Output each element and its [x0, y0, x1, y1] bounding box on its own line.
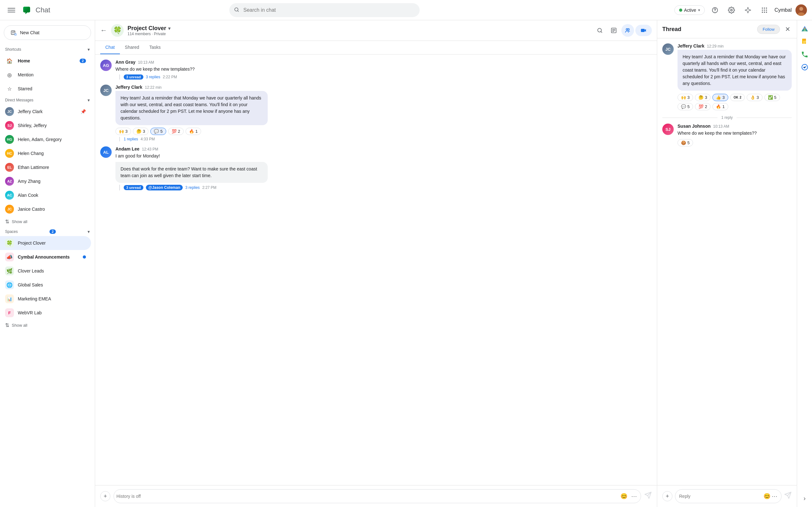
search-input[interactable] — [229, 3, 420, 17]
side-icon-tasks[interactable] — [800, 62, 810, 72]
pin-icon: 📌 — [81, 109, 86, 114]
follow-button[interactable]: Follow — [757, 25, 780, 34]
svg-point-21 — [628, 29, 629, 30]
back-button[interactable]: ← — [100, 26, 107, 35]
reaction-fire[interactable]: 🔥1 — [186, 128, 201, 135]
sidebar-item-dm-ethan[interactable]: EL Ethan Lattimore — [0, 160, 91, 174]
sidebar-item-dm-helen-group[interactable]: HG Helen, Adam, Gregory — [0, 132, 91, 147]
replies-ann[interactable]: 3 replies — [146, 75, 160, 79]
tr-cookie[interactable]: 🍪5 — [677, 139, 693, 147]
settings-button[interactable] — [725, 4, 738, 16]
members-button[interactable] — [621, 24, 634, 37]
space-name-dropdown[interactable]: ▾ — [168, 25, 171, 32]
thread-send-button[interactable] — [784, 492, 792, 501]
space-name: Project Clover — [128, 25, 166, 32]
compose-input[interactable] — [116, 494, 618, 499]
doc-view-button[interactable] — [607, 24, 620, 37]
message-ann-gray: AG Ann Gray 10:13 AM Where do we keep th… — [100, 60, 652, 79]
tr-hundred[interactable]: 💯2 — [695, 103, 711, 110]
sidebar: New Chat Shortcuts ▾ 🏠 Home 2 ◎ Mention … — [0, 20, 95, 507]
dm-alan-label: Alan Cook — [18, 193, 86, 198]
unread-badge-andam: 3 unread — [124, 185, 143, 190]
thread-reply-input[interactable] — [679, 494, 762, 499]
replies-andam[interactable]: 3 replies — [185, 185, 200, 190]
shortcuts-section-header[interactable]: Shortcuts ▾ — [0, 45, 95, 54]
side-icon-expand[interactable]: › — [800, 493, 810, 503]
sidebar-item-global-sales[interactable]: 🌐 Global Sales — [0, 278, 91, 292]
direct-messages-section-header[interactable]: Direct Messages ▾ — [0, 96, 95, 105]
sidebar-item-mention[interactable]: ◎ Mention — [0, 68, 91, 82]
tr-ok2[interactable]: 👌3 — [747, 94, 762, 101]
reaction-clap[interactable]: 🙌3 — [115, 128, 131, 135]
tr-thumbsup[interactable]: 👍3 — [712, 94, 728, 101]
spaces-badge: 2 — [49, 229, 56, 234]
new-chat-button[interactable]: New Chat — [4, 25, 91, 40]
tr-fire[interactable]: 🔥1 — [712, 103, 728, 110]
close-thread-button[interactable]: ✕ — [784, 24, 792, 34]
send-button[interactable] — [644, 492, 652, 501]
thread-divider: 1 reply — [662, 115, 792, 120]
sidebar-item-home[interactable]: 🏠 Home 2 — [0, 54, 91, 68]
thread-add-button[interactable]: + — [662, 491, 672, 501]
thread-emoji-button[interactable]: 😊 — [763, 493, 770, 500]
sidebar-item-cymbal[interactable]: 📣 Cymbal Announcements — [0, 250, 91, 264]
shortcuts-label: Shortcuts — [5, 47, 21, 52]
sidebar-item-project-clover[interactable]: 🍀 Project Clover — [0, 236, 91, 250]
active-status-button[interactable]: Active ▾ — [674, 5, 705, 15]
tr-check[interactable]: ✅5 — [764, 94, 780, 101]
tab-chat[interactable]: Chat — [100, 41, 120, 54]
sidebar-item-dm-alan[interactable]: AC Alan Cook — [0, 188, 91, 202]
thread-reactions: 🙌3 🤔3 👍3 OK 2 👌3 ✅5 — [677, 94, 792, 101]
tr-think[interactable]: 🤔3 — [695, 94, 711, 101]
emoji-button[interactable]: 😊 — [619, 492, 629, 501]
more-options-button[interactable]: ⋯ — [630, 492, 638, 501]
user-avatar[interactable] — [796, 4, 807, 16]
compose-add-button[interactable]: + — [100, 491, 110, 501]
space-meta: 114 members · Private — [128, 32, 171, 36]
side-icon-phone[interactable] — [800, 49, 810, 60]
thread-divider-line-left — [662, 118, 717, 118]
sidebar-item-dm-jeffery[interactable]: JC Jeffery Clark 📌 — [0, 105, 91, 118]
svg-point-9 — [766, 9, 767, 11]
thread-msg-content-jeffery: Jeffery Clark 12:29 min Hey team! Just a… — [677, 43, 792, 110]
reaction-thumbsup[interactable]: 💬5 — [150, 128, 166, 135]
sidebar-item-clover-leads[interactable]: 🌿 Clover Leads — [0, 264, 91, 278]
reply-count-label: 1 reply — [721, 115, 733, 120]
svg-rect-24 — [803, 39, 806, 40]
sidebar-item-starred[interactable]: ☆ Starred — [0, 82, 91, 96]
dm-show-all[interactable]: ⇅ Show all — [0, 216, 95, 227]
replies-jeffery[interactable]: 1 replies — [124, 137, 138, 141]
sparkle-button[interactable] — [742, 4, 754, 16]
new-chat-icon — [10, 30, 17, 36]
sidebar-item-dm-shirley[interactable]: SJ Shirley, Jeffery — [0, 118, 91, 132]
active-dot — [679, 9, 682, 12]
spaces-show-all[interactable]: ⇅ Show all — [0, 320, 95, 331]
reaction-think[interactable]: 🤔3 — [133, 128, 148, 135]
sidebar-item-marketing-emea[interactable]: 📊 Marketing EMEA — [0, 292, 91, 306]
hamburger-button[interactable] — [5, 4, 18, 16]
grid-button[interactable] — [758, 4, 771, 16]
side-icon-docs[interactable] — [800, 37, 810, 47]
side-icon-drive[interactable] — [800, 24, 810, 34]
tr-clap[interactable]: 🙌3 — [677, 94, 693, 101]
help-button[interactable] — [709, 4, 721, 16]
sidebar-item-webvr[interactable]: F WebVR Lab — [0, 306, 91, 320]
tab-shared[interactable]: Shared — [120, 41, 144, 54]
msg-author-andam: Andam Lee — [115, 147, 139, 152]
sidebar-item-dm-janice[interactable]: JC Janice Castro — [0, 202, 91, 216]
thread-more-button[interactable]: ⋯ — [772, 493, 777, 500]
tr-ok[interactable]: OK 2 — [730, 94, 745, 101]
search-chat-button[interactable] — [594, 24, 606, 37]
msg-footer-andam: 3 unread @Jason Coleman 3 replies 2:27 P… — [119, 185, 652, 190]
spaces-section-header[interactable]: Spaces 2 ▾ — [0, 227, 95, 236]
message-jeffery-clark: JC Jeffery Clark 12:22 min Hey team! Jus… — [100, 84, 652, 141]
sidebar-item-dm-helenc[interactable]: HC Helen Chang — [0, 147, 91, 160]
sidebar-item-dm-amy[interactable]: AZ Amy Zhang — [0, 174, 91, 188]
reaction-hundred[interactable]: 💯2 — [168, 128, 184, 135]
chat-tabs: Chat Shared Tasks — [95, 41, 657, 55]
tr-dots[interactable]: 💬5 — [677, 103, 693, 110]
video-call-button[interactable] — [635, 25, 652, 36]
svg-point-3 — [715, 11, 715, 11]
shortcuts-chevron: ▾ — [88, 47, 90, 52]
tab-tasks[interactable]: Tasks — [144, 41, 166, 54]
